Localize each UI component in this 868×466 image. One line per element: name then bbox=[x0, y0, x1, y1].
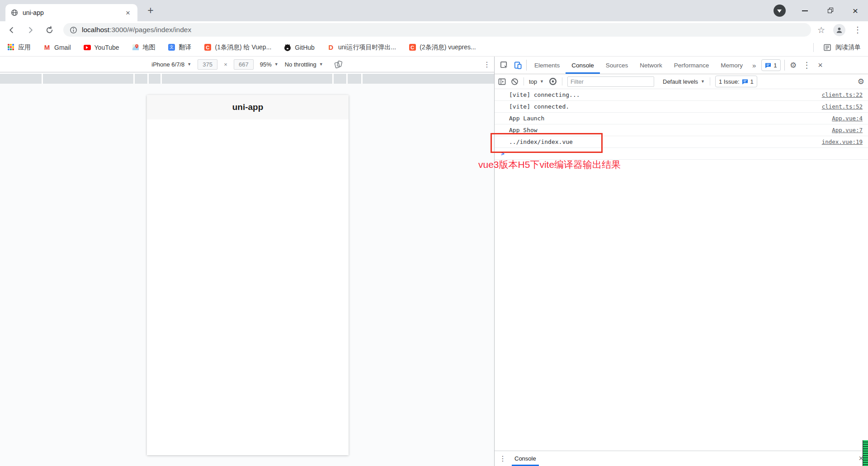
tab-title: uni-app bbox=[23, 9, 124, 16]
bookmark-label: Gmail bbox=[54, 44, 71, 51]
tab-console[interactable]: Console bbox=[566, 57, 600, 74]
device-height-input[interactable]: 667 bbox=[234, 59, 254, 70]
source-link[interactable]: App.vue:4 bbox=[832, 115, 863, 122]
log-levels-select[interactable]: Default levels ▼ bbox=[663, 78, 705, 85]
toolbar-separator bbox=[524, 77, 524, 86]
reading-list[interactable]: 阅读清单 bbox=[813, 43, 861, 52]
drawer-tab-console[interactable]: Console bbox=[512, 451, 539, 466]
console-sidebar-toggle-icon[interactable] bbox=[498, 78, 506, 86]
clear-console-icon[interactable] bbox=[511, 78, 519, 86]
bookmark-dcloud[interactable]: D uni运行项目时弹出... bbox=[327, 43, 396, 52]
throttling-select[interactable]: No throttling ▼ bbox=[285, 61, 323, 68]
minimize-icon bbox=[802, 10, 808, 11]
bookmark-csdn-1[interactable]: C (1条消息) 给 Vuep... bbox=[204, 43, 272, 52]
inspect-element-icon[interactable] bbox=[497, 57, 511, 74]
console-toolbar: top ▼ Default levels ▼ 1 Issue: 1 ⚙ bbox=[495, 74, 868, 89]
browser-tab-strip: uni-app × + × bbox=[0, 0, 868, 21]
console-message-row[interactable]: [vite] connected. client.ts:52 bbox=[495, 101, 868, 113]
console-context-select[interactable]: top ▼ bbox=[529, 78, 544, 85]
console-filter-input[interactable] bbox=[567, 76, 654, 87]
source-link[interactable]: client.ts:22 bbox=[822, 91, 863, 98]
console-message-row[interactable]: App Launch App.vue:4 bbox=[495, 113, 868, 124]
address-bar[interactable]: localhost:3000/#/pages/index/index bbox=[63, 23, 811, 37]
bookmarks-bar: 应用 M Gmail YouTube 地图 文 翻译 C (1条消息) 给 Vu… bbox=[0, 38, 868, 57]
profile-avatar[interactable] bbox=[833, 24, 845, 36]
browser-menu-button[interactable]: ⋮ bbox=[854, 25, 862, 35]
youtube-icon bbox=[84, 44, 91, 51]
bookmark-translate[interactable]: 文 翻译 bbox=[168, 43, 192, 52]
device-width-input[interactable]: 375 bbox=[198, 59, 217, 70]
device-name: iPhone 6/7/8 bbox=[151, 61, 184, 68]
devtools-panel: Elements Console Sources Network Perform… bbox=[494, 57, 868, 466]
console-message-row[interactable]: [vite] connecting... client.ts:22 bbox=[495, 89, 868, 101]
rotate-device-icon[interactable] bbox=[334, 60, 343, 69]
bookmark-label: 翻译 bbox=[179, 43, 192, 52]
bookmark-github[interactable]: GitHub bbox=[284, 44, 315, 51]
devtools-settings-button[interactable]: ⚙ bbox=[787, 57, 800, 74]
toolbar-separator bbox=[562, 77, 562, 86]
url-host: localhost bbox=[82, 26, 109, 33]
toolbar-separator bbox=[526, 60, 527, 71]
throttling-value: No throttling bbox=[285, 61, 316, 68]
issue-count: 1 bbox=[750, 78, 754, 85]
screen-edge-meter bbox=[863, 440, 868, 466]
devtools-menu-button[interactable]: ⋮ bbox=[800, 57, 814, 74]
more-tabs-button[interactable]: » bbox=[749, 57, 760, 74]
source-link[interactable]: index.vue:19 bbox=[822, 138, 863, 145]
device-select[interactable]: iPhone 6/7/8 ▼ bbox=[151, 61, 191, 68]
issues-flag-icon bbox=[742, 79, 748, 85]
bookmark-star-icon[interactable]: ☆ bbox=[817, 25, 825, 35]
update-circle-icon bbox=[774, 5, 786, 17]
close-icon: × bbox=[853, 6, 858, 15]
bookmark-gmail[interactable]: M Gmail bbox=[43, 44, 71, 51]
browser-toolbar: localhost:3000/#/pages/index/index ☆ ⋮ bbox=[0, 21, 868, 38]
forward-button[interactable] bbox=[25, 25, 35, 35]
tab-close-icon[interactable]: × bbox=[124, 8, 132, 18]
window-restore-button[interactable] bbox=[817, 0, 843, 21]
bookmark-youtube[interactable]: YouTube bbox=[84, 44, 119, 51]
tab-network[interactable]: Network bbox=[634, 57, 668, 74]
live-expression-eye-icon[interactable] bbox=[549, 77, 557, 86]
console-issues-badge[interactable]: 1 Issue: 1 bbox=[715, 76, 757, 87]
annotation-text: vue3版本H5下vite编译器输出结果 bbox=[478, 158, 621, 171]
page-pane: iPhone 6/7/8 ▼ 375 × 667 95% ▼ No thrott… bbox=[0, 57, 494, 466]
console-settings-button[interactable]: ⚙ bbox=[858, 77, 864, 86]
message-text: App Show bbox=[509, 127, 832, 133]
browser-update-indicator[interactable] bbox=[767, 0, 792, 21]
bookmark-maps[interactable]: 地图 bbox=[132, 43, 156, 52]
bookmark-apps[interactable]: 应用 bbox=[7, 43, 31, 52]
device-toolbar-toggle-icon[interactable] bbox=[511, 57, 524, 74]
chevron-down-icon: ▼ bbox=[701, 79, 705, 84]
source-link[interactable]: App.vue:7 bbox=[832, 127, 863, 133]
window-close-button[interactable]: × bbox=[843, 0, 868, 21]
media-query-bar[interactable] bbox=[0, 72, 494, 84]
source-link[interactable]: client.ts:52 bbox=[822, 103, 863, 110]
browser-tab[interactable]: uni-app × bbox=[5, 4, 137, 21]
url-path: :3000/#/pages/index/index bbox=[109, 26, 191, 33]
chevron-down-icon: ▼ bbox=[274, 62, 278, 67]
bookmark-csdn-2[interactable]: C (2条消息) vuepres... bbox=[409, 43, 476, 52]
dimension-times-label: × bbox=[224, 61, 227, 68]
tab-performance[interactable]: Performance bbox=[668, 57, 715, 74]
emulated-phone-screen[interactable]: uni-app bbox=[147, 95, 349, 455]
new-tab-button[interactable]: + bbox=[144, 4, 157, 17]
window-minimize-button[interactable] bbox=[792, 0, 817, 21]
device-toolbar-menu-button[interactable]: ⋮ bbox=[483, 60, 491, 69]
zoom-select[interactable]: 95% ▼ bbox=[260, 61, 278, 68]
back-button[interactable] bbox=[6, 25, 16, 35]
maps-pin-icon bbox=[132, 44, 139, 51]
devtools-close-button[interactable]: × bbox=[814, 57, 827, 74]
device-emulation-area: uni-app bbox=[0, 84, 494, 466]
site-info-icon[interactable] bbox=[70, 26, 77, 34]
tab-elements[interactable]: Elements bbox=[528, 57, 566, 74]
toolbar-separator bbox=[784, 60, 785, 71]
devtools-drawer: ⋮ Console × bbox=[495, 451, 868, 466]
reload-button[interactable] bbox=[44, 25, 54, 35]
tab-sources[interactable]: Sources bbox=[600, 57, 634, 74]
tab-memory[interactable]: Memory bbox=[715, 57, 749, 74]
app-titlebar: uni-app bbox=[147, 95, 349, 119]
issues-counter-badge[interactable]: 1 bbox=[761, 59, 780, 71]
issues-flag-icon bbox=[765, 62, 771, 68]
drawer-menu-button[interactable]: ⋮ bbox=[499, 451, 506, 466]
dcloud-icon: D bbox=[327, 44, 335, 51]
